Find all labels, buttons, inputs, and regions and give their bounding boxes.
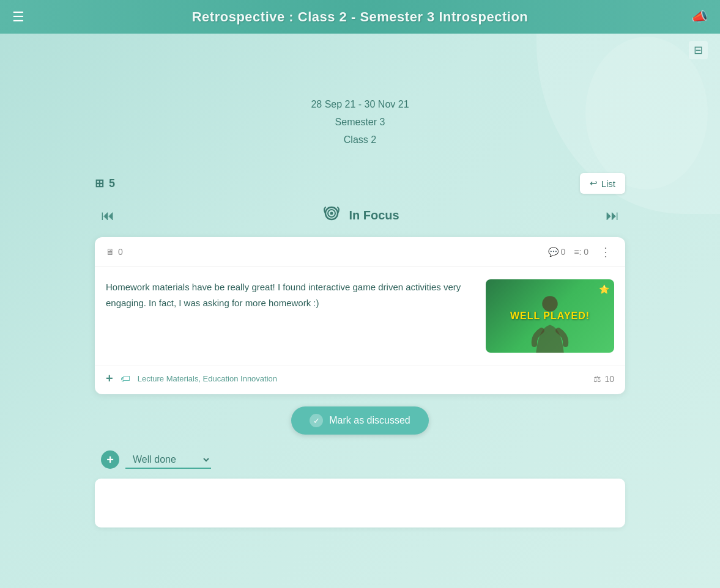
card-text: Homework materials have be really great!… (106, 279, 473, 353)
mark-discussed-button[interactable]: ✓ Mark as discussed (291, 406, 429, 435)
menu-icon[interactable]: ☰ (12, 9, 37, 25)
layers-icon: ⊞ (95, 177, 104, 190)
comment-icon: 💬 (548, 247, 559, 257)
check-icon: ✓ (310, 414, 323, 427)
action-meta: ≡: 0 (574, 247, 588, 257)
list-button[interactable]: ↩ List (580, 173, 625, 194)
score-value: 10 (604, 374, 614, 384)
vote-count: 0 (118, 247, 123, 257)
comment-meta: 💬 0 (548, 247, 566, 257)
class-label: Class 2 (0, 131, 720, 149)
stack-number: 5 (109, 177, 115, 190)
card-meta-right: 💬 0 ≡: 0 ⋮ (548, 244, 614, 259)
prev-button[interactable]: ⏮ (95, 205, 121, 226)
well-done-row: + Well done Keep doing Stop doing (95, 450, 625, 469)
mark-discussed-label: Mark as discussed (329, 415, 410, 426)
filter-row: ⊟ (0, 34, 720, 59)
card-image: WELL PLAYED! ⭐ (486, 279, 614, 353)
comment-count: 0 (560, 247, 565, 257)
announce-icon[interactable]: 📣 (683, 9, 708, 25)
star-icon: ⭐ (599, 284, 609, 294)
list-label: List (601, 178, 615, 189)
add-tag-button[interactable]: + (106, 372, 113, 386)
response-type-select[interactable]: Well done Keep doing Stop doing (125, 451, 211, 469)
comment-box[interactable] (95, 479, 625, 527)
date-info: 28 Sep 21 - 30 Nov 21 Semester 3 Class 2 (0, 96, 720, 149)
card-image-title: WELL PLAYED! (510, 311, 590, 322)
add-response-button[interactable]: + (101, 450, 119, 469)
page-title: Retrospective : Class 2 - Semester 3 Int… (37, 9, 683, 25)
main-content: ⊞ 5 ↩ List ⏮ In Focus ⏭ (95, 173, 625, 527)
app-header: ☰ Retrospective : Class 2 - Semester 3 I… (0, 0, 720, 34)
stack-count: ⊞ 5 (95, 177, 115, 190)
scale-icon: ⚖ (593, 374, 601, 384)
vote-icon: 🖥 (106, 247, 114, 257)
svg-point-3 (542, 296, 557, 312)
action-count: 0 (584, 247, 588, 257)
semester-label: Semester 3 (0, 114, 720, 131)
person-silhouette (525, 292, 574, 353)
action-icon: ≡: (574, 247, 581, 257)
nav-row: ⏮ In Focus ⏭ (95, 202, 625, 229)
mark-discussed-row: ✓ Mark as discussed (95, 406, 625, 435)
card-footer: + 🏷 Lecture Materials, Education Innovat… (95, 365, 625, 394)
date-range: 28 Sep 21 - 30 Nov 21 (0, 96, 720, 114)
tag-icon: 🏷 (121, 373, 130, 384)
next-button[interactable]: ⏭ (599, 205, 625, 226)
card-body: Homework materials have be really great!… (95, 267, 625, 365)
content-topbar: ⊞ 5 ↩ List (95, 173, 625, 194)
card-meta-left: 🖥 0 (106, 247, 123, 257)
filter-icon[interactable]: ⊟ (689, 41, 708, 59)
more-options-button[interactable]: ⋮ (597, 244, 614, 259)
list-icon: ↩ (590, 178, 598, 189)
focus-icon (321, 202, 343, 229)
tags-text: Lecture Materials, Education Innovation (138, 374, 277, 383)
feedback-card: 🖥 0 💬 0 ≡: 0 ⋮ Homework materials have b… (95, 237, 625, 394)
svg-point-2 (330, 212, 333, 215)
card-header: 🖥 0 💬 0 ≡: 0 ⋮ (95, 237, 625, 267)
in-focus-text: In Focus (349, 208, 399, 222)
in-focus-label: In Focus (321, 202, 399, 229)
balance-score: ⚖ 10 (593, 374, 614, 384)
